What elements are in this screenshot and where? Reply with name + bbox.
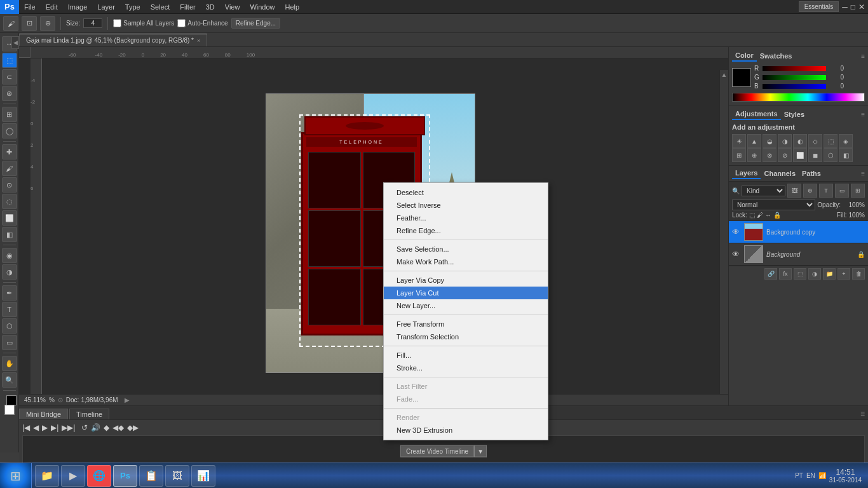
link-layers-btn[interactable]: 🔗 <box>764 268 777 280</box>
start-button[interactable]: ⊞ <box>0 463 32 489</box>
tc-prev-key[interactable]: ◀◆ <box>112 423 124 432</box>
menu-window[interactable]: Window <box>245 2 280 12</box>
tool-pen[interactable]: ✒ <box>2 285 17 301</box>
timeline-tab[interactable]: Timeline <box>69 409 109 419</box>
menu-help[interactable]: Help <box>280 2 305 12</box>
adj-photofilter[interactable]: ⊞ <box>732 148 746 162</box>
ctx-feather[interactable]: Feather... <box>384 212 548 224</box>
adj-channelmix[interactable]: ⊕ <box>747 148 761 162</box>
adj-colormatch[interactable]: ⊗ <box>763 148 776 162</box>
adjustment-layer-btn[interactable]: ◑ <box>808 268 821 280</box>
status-arrow-btn[interactable]: ▶ <box>125 396 130 403</box>
lock-all[interactable]: 🔒 <box>773 212 781 219</box>
paths-tab[interactable]: Paths <box>799 168 824 179</box>
background-color[interactable] <box>4 405 15 415</box>
menu-select[interactable]: Select <box>146 2 175 12</box>
adj-brightness[interactable]: ☀ <box>732 134 746 148</box>
create-video-dropdown-btn[interactable]: ▼ <box>474 445 487 458</box>
adjustments-tab[interactable]: Adjustments <box>732 109 781 120</box>
taskbar-photoshop[interactable]: Ps <box>113 465 137 487</box>
ctx-fill[interactable]: Fill... <box>384 349 548 362</box>
minimize-btn[interactable]: ─ <box>842 3 848 11</box>
layer-filter-kind[interactable]: Kind <box>742 186 785 196</box>
tool-marquee[interactable]: ⬚ <box>2 53 17 68</box>
adj-invert[interactable]: ⊘ <box>778 148 792 162</box>
color-swatch[interactable] <box>732 68 751 87</box>
tab-close-btn[interactable]: × <box>197 37 200 44</box>
tc-next-key[interactable]: ◆▶ <box>127 423 139 432</box>
layer-item-bg[interactable]: 👁 Background 🔒 <box>729 243 868 266</box>
adj-levels[interactable]: ▲ <box>747 134 761 148</box>
layers-tab[interactable]: Layers <box>732 168 761 179</box>
color-panel-collapse[interactable]: ≡ <box>861 53 865 60</box>
adj-panel-collapse[interactable]: ≡ <box>861 111 865 118</box>
adj-curves[interactable]: ◒ <box>763 134 776 148</box>
restore-btn[interactable]: □ <box>851 3 855 11</box>
ctx-free-transform[interactable]: Free Transform <box>384 318 548 330</box>
tool-eraser[interactable]: ⊡ <box>22 16 37 31</box>
adj-hsl[interactable]: ◇ <box>808 134 822 148</box>
ctx-new-3d-extrusion[interactable]: New 3D Extrusion <box>384 424 548 437</box>
layer-filter-smart[interactable]: ⊞ <box>851 184 865 198</box>
lock-paint[interactable]: 🖌 <box>757 212 763 219</box>
layer-item-bg-copy[interactable]: 👁 Background copy <box>729 221 868 243</box>
menu-filter[interactable]: Filter <box>175 2 200 12</box>
workspace-dropdown[interactable]: Essentials <box>799 1 839 12</box>
adj-gradmap[interactable]: ⬡ <box>824 148 837 162</box>
close-btn[interactable]: ✕ <box>858 3 865 11</box>
timeline-options[interactable]: ≡ <box>857 408 868 419</box>
taskbar-chrome[interactable]: 🌐 <box>87 465 111 487</box>
layer-filter-shape[interactable]: ▭ <box>835 184 849 198</box>
ctx-layer-via-copy[interactable]: Layer Via Copy <box>384 274 548 287</box>
layer-style-btn[interactable]: fx <box>779 268 792 280</box>
tool-lasso2[interactable]: ⊂ <box>2 69 17 85</box>
tool-brush[interactable]: 🖌 <box>3 16 18 31</box>
ctx-new-layer[interactable]: New Layer... <box>384 299 548 312</box>
tool-clone[interactable]: ⊙ <box>2 177 17 193</box>
ctx-layer-via-cut[interactable]: Layer Via Cut <box>384 287 548 299</box>
refine-edge-button[interactable]: Refine Edge... <box>231 18 280 29</box>
lock-move[interactable]: ↔ <box>765 212 771 219</box>
taskbar-charts[interactable]: 📊 <box>191 465 215 487</box>
menu-3d[interactable]: 3D <box>201 2 220 12</box>
blend-mode-select[interactable]: Normal <box>732 200 815 210</box>
ctx-make-work-path[interactable]: Make Work Path... <box>384 255 548 268</box>
lock-transparent[interactable]: ⬚ <box>749 212 755 219</box>
layer-mask-btn[interactable]: ⬚ <box>794 268 806 280</box>
tc-to-start[interactable]: |◀ <box>22 423 30 432</box>
tc-sound[interactable]: 🔊 <box>91 423 100 432</box>
ctx-deselect[interactable]: Deselect <box>384 186 548 199</box>
tool-lasso[interactable]: ⊕ <box>40 16 55 31</box>
layer-filter-img[interactable]: 🖼 <box>787 184 801 198</box>
taskbar-media[interactable]: ▶ <box>61 465 85 487</box>
menu-type[interactable]: Type <box>120 2 146 12</box>
tool-blur[interactable]: ◉ <box>2 248 17 263</box>
tool-heal[interactable]: ✚ <box>2 144 17 159</box>
create-video-timeline-btn[interactable]: Create Video Timeline <box>400 445 474 458</box>
layer-vis-bg-copy[interactable]: 👁 <box>732 227 741 236</box>
adj-exposure[interactable]: ◑ <box>778 134 792 148</box>
delete-layer-btn[interactable]: 🗑 <box>852 268 865 280</box>
layers-panel-collapse[interactable]: ≡ <box>861 170 865 177</box>
menu-view[interactable]: View <box>220 2 245 12</box>
status-cycle-btn[interactable]: ⊙ <box>58 396 63 403</box>
foreground-color[interactable] <box>6 395 17 405</box>
mini-bridge-tab[interactable]: Mini Bridge <box>19 409 68 419</box>
new-layer-btn[interactable]: + <box>837 268 850 280</box>
tool-quickselect[interactable]: ⊛ <box>2 86 17 101</box>
adj-colorbalance[interactable]: ⬚ <box>824 134 837 148</box>
tc-keyframe[interactable]: ◆ <box>104 423 109 432</box>
adj-threshold[interactable]: ◼ <box>808 148 822 162</box>
adj-posterize[interactable]: ⬜ <box>793 148 807 162</box>
adj-bw[interactable]: ◈ <box>839 134 853 148</box>
menu-file[interactable]: File <box>19 2 41 12</box>
document-tab[interactable]: Gaja mai Linda 1.jpg @ 45,1% (Background… <box>19 34 207 46</box>
tool-dodge[interactable]: ◑ <box>2 264 17 280</box>
ctx-stroke[interactable]: Stroke... <box>384 362 548 374</box>
auto-enhance-checkbox[interactable] <box>177 19 186 27</box>
tool-text[interactable]: T <box>2 302 17 317</box>
color-spectrum-bar[interactable] <box>732 93 865 102</box>
styles-tab[interactable]: Styles <box>781 109 808 119</box>
tool-hand[interactable]: ✋ <box>2 356 17 371</box>
tool-eraser2[interactable]: ⬜ <box>2 210 17 226</box>
